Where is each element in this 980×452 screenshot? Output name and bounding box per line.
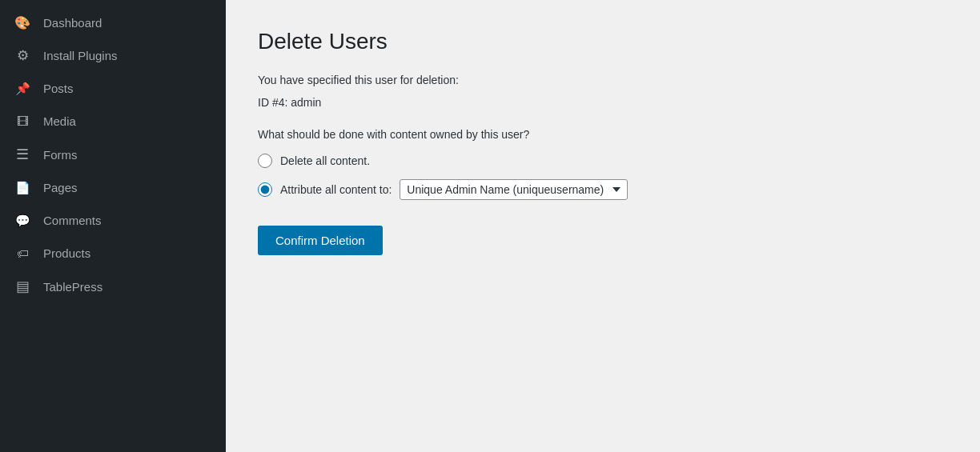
sidebar-item-tablepress[interactable]: TablePress bbox=[0, 270, 226, 303]
sidebar-item-forms[interactable]: Forms bbox=[0, 138, 226, 171]
sidebar-label-pages: Pages bbox=[43, 181, 78, 194]
sidebar-item-pages[interactable]: Pages bbox=[0, 171, 226, 204]
sidebar-item-install-plugins[interactable]: Install Plugins bbox=[0, 39, 226, 72]
content-question: What should be done with content owned b… bbox=[258, 128, 948, 141]
attribute-user-select[interactable]: Unique Admin Name (uniqueusername) bbox=[400, 179, 628, 200]
sidebar-label-forms: Forms bbox=[43, 148, 78, 162]
sidebar-item-dashboard[interactable]: Dashboard bbox=[0, 6, 226, 39]
deletion-description: You have specified this user for deletio… bbox=[258, 74, 948, 86]
sidebar-item-comments[interactable]: Comments bbox=[0, 204, 226, 237]
sidebar-label-products: Products bbox=[43, 246, 90, 260]
attribute-radio[interactable] bbox=[258, 182, 272, 197]
sidebar-label-tablepress: TablePress bbox=[43, 280, 102, 294]
delete-all-label: Delete all content. bbox=[280, 154, 370, 167]
media-icon bbox=[13, 113, 32, 130]
dashboard-icon bbox=[13, 14, 32, 31]
main-content: Delete Users You have specified this use… bbox=[226, 0, 980, 452]
comments-icon bbox=[13, 212, 32, 229]
install-plugins-icon bbox=[13, 47, 32, 64]
sidebar-item-media[interactable]: Media bbox=[0, 105, 226, 138]
delete-all-radio[interactable] bbox=[258, 154, 272, 168]
forms-icon bbox=[13, 146, 32, 163]
sidebar-label-install-plugins: Install Plugins bbox=[43, 49, 118, 62]
sidebar-label-media: Media bbox=[43, 114, 76, 128]
sidebar: DashboardInstall PluginsPostsMediaFormsP… bbox=[0, 0, 226, 452]
delete-all-option[interactable]: Delete all content. bbox=[258, 154, 948, 168]
sidebar-item-products[interactable]: Products bbox=[0, 237, 226, 270]
sidebar-item-posts[interactable]: Posts bbox=[0, 72, 226, 105]
confirm-deletion-button[interactable]: Confirm Deletion bbox=[258, 226, 383, 255]
products-icon bbox=[13, 245, 32, 262]
page-title: Delete Users bbox=[258, 29, 948, 54]
user-id-text: ID #4: admin bbox=[258, 96, 948, 109]
content-options: Delete all content. Attribute all conten… bbox=[258, 154, 948, 200]
tablepress-icon bbox=[13, 278, 32, 295]
attribute-label: Attribute all content to: bbox=[280, 183, 392, 196]
posts-icon bbox=[13, 80, 32, 97]
attribute-option[interactable]: Attribute all content to: Unique Admin N… bbox=[258, 179, 948, 200]
sidebar-label-comments: Comments bbox=[43, 214, 102, 227]
pages-icon bbox=[13, 179, 32, 196]
sidebar-label-posts: Posts bbox=[43, 82, 74, 95]
sidebar-label-dashboard: Dashboard bbox=[43, 16, 102, 30]
